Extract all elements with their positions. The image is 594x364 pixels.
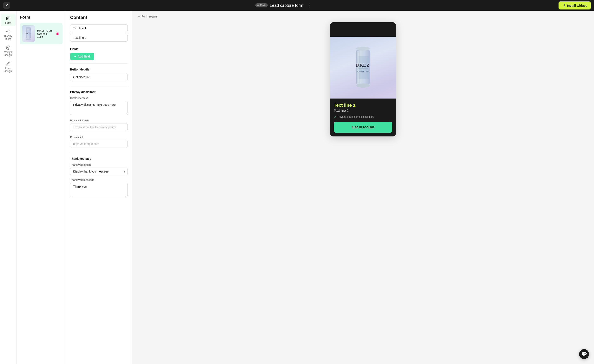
check-icon: ✓ <box>334 116 336 119</box>
form-delete-button[interactable]: 🗑 <box>55 31 60 36</box>
topbar-center: Draft Lead capture form ⋮ <box>255 2 313 9</box>
privacy-link-text-input[interactable] <box>70 123 128 131</box>
content-panel: Content Fields + Add field Button detail… <box>66 11 132 364</box>
sidebar-item-widget-design[interactable]: Widget design <box>1 43 16 59</box>
topbar-right: ⬇ Install widget <box>559 1 591 9</box>
left-nav: Form Display Rules Widget design <box>0 11 16 364</box>
svg-rect-0 <box>7 17 10 20</box>
display-rules-icon <box>6 29 11 34</box>
svg-rect-10 <box>27 30 30 35</box>
button-details-label: Button details <box>70 68 128 71</box>
widget-preview: BREZ THC • CBD • More Text line 1 Text l… <box>330 22 396 136</box>
widget-design-icon <box>6 45 11 50</box>
form-list-item[interactable]: BREZ HiRes - Can Scene 3 12oz 🗑 <box>20 23 62 44</box>
divider-3 <box>70 153 128 153</box>
close-icon: ✕ <box>5 3 8 8</box>
preview-panel: ≡ Form results <box>132 11 594 364</box>
widget-product-image: BREZ THC • CBD • More <box>330 37 396 99</box>
nav-form-design-label: Form design <box>2 67 14 73</box>
text-line-2-input[interactable] <box>70 34 128 42</box>
nav-display-rules-label: Display Rules <box>2 35 14 40</box>
privacy-link-input[interactable] <box>70 140 128 148</box>
install-label: Install widget <box>567 4 587 7</box>
button-text-input[interactable] <box>70 73 128 81</box>
thank-you-message-label: Thank you message <box>70 178 128 181</box>
thank-you-message-input[interactable]: Thank you! <box>70 183 128 197</box>
widget-disclaimer-text: Privacy disclaimer text goes here <box>338 115 374 118</box>
widget-can-illustration: BREZ THC • CBD • More <box>354 45 372 90</box>
nav-form-label: Form <box>5 21 11 24</box>
svg-rect-18 <box>357 51 359 84</box>
form-thumbnail: BREZ <box>22 25 35 42</box>
main-layout: Form Display Rules Widget design <box>0 11 594 364</box>
form-results-icon: ≡ <box>138 15 140 18</box>
svg-rect-7 <box>27 27 31 29</box>
sidebar-item-form-design[interactable]: Form design <box>1 59 16 75</box>
privacy-link-text-label: Privacy link text <box>70 119 128 122</box>
text-line-1-input[interactable] <box>70 24 128 32</box>
chat-icon: 💬 <box>581 351 587 357</box>
widget-get-discount-button[interactable]: Get discount <box>334 122 392 133</box>
form-icon <box>6 16 11 21</box>
install-icon: ⬇ <box>563 4 565 7</box>
add-field-button[interactable]: + Add field <box>70 53 94 60</box>
widget-text-line-2: Text line 2 <box>334 109 392 113</box>
form-design-icon <box>6 61 11 66</box>
content-panel-title: Content <box>70 15 128 20</box>
page-title: Lead capture form <box>270 3 303 8</box>
disclaimer-text-label: Disclaimer text <box>70 96 128 99</box>
sidebar-title: Form <box>20 15 62 20</box>
svg-point-13 <box>356 84 370 88</box>
divider-2 <box>70 86 128 86</box>
form-item-name: HiRes - Can Scene 3 12oz <box>37 29 53 38</box>
widget-disclaimer: ✓ Privacy disclaimer text goes here <box>334 115 392 119</box>
delete-icon: 🗑 <box>56 32 59 35</box>
sidebar-item-form[interactable]: Form <box>1 14 16 26</box>
thank-you-option-label: Thank you option <box>70 163 128 166</box>
draft-label: Draft <box>260 4 266 7</box>
sidebar-item-display-rules[interactable]: Display Rules <box>1 27 16 42</box>
disclaimer-text-input[interactable]: Privacy disclaimer text goes here <box>70 101 128 115</box>
preview-header-label: Form results <box>142 15 158 18</box>
add-field-label: Add field <box>78 55 90 58</box>
topbar: ✕ Draft Lead capture form ⋮ ⬇ Install wi… <box>0 0 594 11</box>
thank-you-select[interactable]: Display thank you message <box>70 168 128 175</box>
widget-button-label: Get discount <box>352 125 374 129</box>
widget-top-bar <box>330 22 396 37</box>
widget-content-area: Text line 1 Text line 2 ✓ Privacy discla… <box>330 99 396 136</box>
close-button[interactable]: ✕ <box>3 2 10 9</box>
chat-button[interactable]: 💬 <box>579 349 589 359</box>
sidebar: Form BREZ <box>16 11 66 364</box>
widget-text-line-1: Text line 1 <box>334 103 392 108</box>
add-icon: + <box>74 55 76 58</box>
draft-badge: Draft <box>255 3 268 7</box>
thank-you-select-wrap: Display thank you message ▾ <box>70 168 128 175</box>
more-icon: ⋮ <box>307 3 311 8</box>
more-button[interactable]: ⋮ <box>305 2 313 9</box>
nav-widget-design-label: Widget design <box>2 51 14 56</box>
svg-point-5 <box>7 47 9 48</box>
privacy-disclaimer-label: Privacy disclaimer <box>70 90 128 93</box>
draft-dot <box>257 5 259 6</box>
can-illustration: BREZ <box>24 26 33 41</box>
form-item-info: HiRes - Can Scene 3 12oz <box>37 29 53 38</box>
svg-rect-8 <box>27 39 31 40</box>
fields-label: Fields <box>70 47 128 51</box>
preview-header: ≡ Form results <box>138 15 588 18</box>
svg-point-12 <box>356 46 370 51</box>
install-widget-button[interactable]: ⬇ Install widget <box>559 1 591 9</box>
thank-you-label: Thank you step <box>70 157 128 160</box>
topbar-left: ✕ <box>3 2 10 9</box>
privacy-link-label: Privacy link <box>70 136 128 139</box>
svg-point-4 <box>8 31 9 32</box>
